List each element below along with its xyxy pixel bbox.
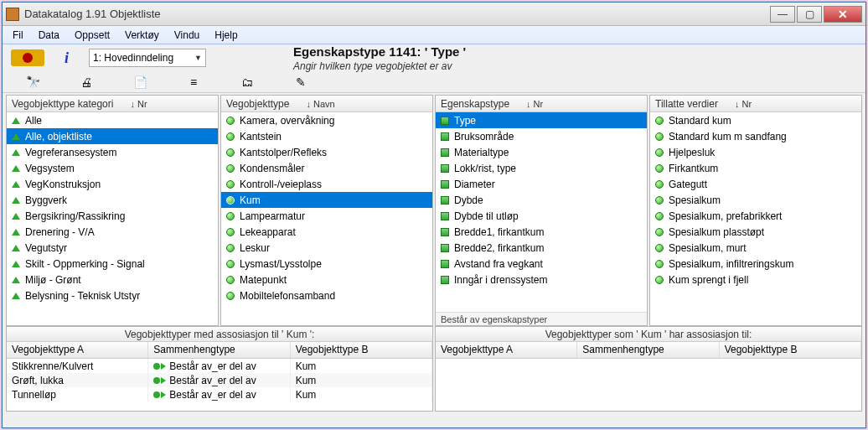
- list-item[interactable]: Bredde2, firkantkum: [436, 240, 647, 256]
- list-item[interactable]: Lekeapparat: [221, 224, 432, 240]
- column-header[interactable]: Vegobjekttype B: [720, 342, 861, 358]
- list-item[interactable]: Matepunkt: [221, 272, 432, 288]
- list-item[interactable]: Standard kum m sandfang: [650, 128, 861, 144]
- list-item[interactable]: Bergsikring/Rassikring: [7, 208, 218, 224]
- list-item[interactable]: Inngår i drenssystem: [436, 272, 647, 288]
- list-item[interactable]: Spesialkum, infiltreringskum: [650, 256, 861, 272]
- list-item[interactable]: Kum sprengt i fjell: [650, 272, 861, 288]
- list-item[interactable]: Diameter: [436, 176, 647, 192]
- list-item[interactable]: Hjelpesluk: [650, 144, 861, 160]
- table-row[interactable]: Grøft, lukkaBestår av_er del avKum: [7, 373, 432, 387]
- pencil-icon[interactable]: ✎: [294, 75, 307, 89]
- list-item[interactable]: Type: [436, 112, 647, 128]
- binoculars-icon[interactable]: 🔭: [26, 75, 39, 89]
- list-prop[interactable]: TypeBruksområdeMaterialtypeLokk/rist, ty…: [436, 112, 647, 312]
- list-item[interactable]: Spesialkum, prefabrikkert: [650, 208, 861, 224]
- list-item[interactable]: Bruksområde: [436, 128, 647, 144]
- info-icon[interactable]: i: [65, 49, 69, 67]
- menu-vindu[interactable]: Vindu: [168, 28, 206, 43]
- column-header[interactable]: Vegobjekttype A: [7, 342, 148, 358]
- column-header[interactable]: Vegobjekttype B: [291, 342, 432, 358]
- table-row[interactable]: TunnelløpBestår av_er del avKum: [7, 387, 432, 402]
- list-item[interactable]: Miljø - Grønt: [7, 272, 218, 288]
- list-item[interactable]: Vegutstyr: [7, 240, 218, 256]
- bottom-left-cols[interactable]: Vegobjekttype ASammenhengtypeVegobjektty…: [7, 342, 432, 359]
- titlebar[interactable]: Datakatalog 1.91 Objektliste — ▢ ✕: [3, 3, 865, 26]
- list-item-label: Materialtype: [454, 147, 509, 158]
- window-title: Datakatalog 1.91 Objektliste: [24, 8, 161, 20]
- bullet-icon: [226, 292, 235, 300]
- list-item[interactable]: Mobiltelefonsamband: [221, 288, 432, 303]
- menu-hjelp[interactable]: Hjelp: [208, 28, 244, 43]
- list-item[interactable]: Leskur: [221, 240, 432, 256]
- panel-objtype-header[interactable]: Vegobjekttype ↓ Navn: [221, 96, 432, 112]
- panel-category-header[interactable]: Vegobjekttype kategori ↓ Nr: [7, 96, 218, 112]
- list-item[interactable]: Vegsystem: [7, 160, 218, 176]
- list-item[interactable]: Skilt - Oppmerking - Signal: [7, 256, 218, 272]
- list-objtype[interactable]: Kamera, overvåkningKantsteinKantstolper/…: [221, 112, 432, 325]
- list-item[interactable]: Belysning - Teknisk Utstyr: [7, 288, 218, 303]
- bullet-icon: [12, 117, 20, 124]
- list-allowed[interactable]: Standard kumStandard kum m sandfangHjelp…: [650, 112, 861, 325]
- list-item[interactable]: Firkantkum: [650, 160, 861, 176]
- list-item[interactable]: Kontroll-/veieplass: [221, 176, 432, 192]
- bullet-icon: [441, 132, 449, 141]
- list-item[interactable]: Drenering - V/A: [7, 224, 218, 240]
- list-item-label: Bergsikring/Rassikring: [25, 210, 125, 222]
- bullet-icon: [12, 165, 20, 172]
- list-item[interactable]: Alle: [7, 112, 218, 128]
- menu-verktøy[interactable]: Verktøy: [118, 28, 166, 43]
- bottom-right-cols[interactable]: Vegobjekttype ASammenhengtypeVegobjektty…: [436, 342, 861, 359]
- list-item-label: Kum sprengt i fjell: [669, 274, 748, 286]
- close-button[interactable]: ✕: [824, 6, 862, 23]
- maximize-button[interactable]: ▢: [797, 6, 822, 23]
- new-doc-icon[interactable]: 📄: [133, 75, 147, 89]
- list-item[interactable]: VegKonstruksjon: [7, 176, 218, 192]
- align-icon[interactable]: ≡: [187, 75, 200, 89]
- tree-icon[interactable]: 🗂: [240, 75, 254, 89]
- list-item[interactable]: Standard kum: [650, 112, 861, 128]
- bottom-right-body[interactable]: [436, 359, 861, 411]
- list-item[interactable]: Spesialkum: [650, 192, 861, 208]
- list-item[interactable]: Spesialkum, murt: [650, 240, 861, 256]
- list-item-label: Vegutstyr: [25, 242, 67, 254]
- list-item[interactable]: Spesialkum plasstøpt: [650, 224, 861, 240]
- bullet-icon: [441, 196, 449, 205]
- relation-icon: [153, 377, 166, 384]
- list-item[interactable]: Kantstein: [221, 128, 432, 144]
- list-item[interactable]: Lokk/rist, type: [436, 160, 647, 176]
- column-header[interactable]: Sammenhengtype: [577, 342, 719, 358]
- list-item[interactable]: Gategutt: [650, 176, 861, 192]
- list-item[interactable]: Kondensmåler: [221, 160, 432, 176]
- bullet-icon: [12, 245, 20, 251]
- menu-fil[interactable]: Fil: [6, 28, 30, 43]
- list-item[interactable]: Dybde til utløp: [436, 208, 647, 224]
- list-item[interactable]: Alle, objektliste: [7, 128, 218, 144]
- list-item[interactable]: Dybde: [436, 192, 647, 208]
- bottom-left-body[interactable]: Stikkrenne/KulvertBestår av_er del avKum…: [7, 359, 432, 411]
- list-item[interactable]: Bredde1, firkantkum: [436, 224, 647, 240]
- list-category[interactable]: AlleAlle, objektlisteVegreferansesystemV…: [7, 112, 218, 325]
- menu-data[interactable]: Data: [32, 28, 66, 43]
- division-combo[interactable]: 1: Hovedinndeling ▼: [89, 49, 206, 67]
- print-icon[interactable]: 🖨: [80, 75, 93, 89]
- panel-prop-header[interactable]: Egenskapstype ↓ Nr: [436, 96, 647, 112]
- bullet-icon: [226, 148, 235, 157]
- list-item[interactable]: Vegreferansesystem: [7, 144, 218, 160]
- list-item[interactable]: Materialtype: [436, 144, 647, 160]
- column-header[interactable]: Vegobjekttype A: [436, 342, 577, 358]
- list-item[interactable]: Avstand fra vegkant: [436, 256, 647, 272]
- column-header[interactable]: Sammenhengtype: [148, 342, 290, 358]
- minimize-button[interactable]: —: [770, 6, 795, 23]
- list-item[interactable]: Lysmast/Lysstolpe: [221, 256, 432, 272]
- panel-allowed-header[interactable]: Tillatte verdier ↓ Nr: [650, 96, 861, 112]
- list-item[interactable]: Kamera, overvåkning: [221, 112, 432, 128]
- list-item[interactable]: Kantstolper/Refleks: [221, 144, 432, 160]
- list-item[interactable]: Lampearmatur: [221, 208, 432, 224]
- sort-label: ↓ Nr: [526, 99, 543, 109]
- table-row[interactable]: Stikkrenne/KulvertBestår av_er del avKum: [7, 359, 432, 373]
- list-item[interactable]: Kum: [221, 192, 432, 208]
- menu-oppsett[interactable]: Oppsett: [68, 28, 116, 43]
- list-item-label: Standard kum: [669, 115, 731, 127]
- list-item[interactable]: Byggverk: [7, 192, 218, 208]
